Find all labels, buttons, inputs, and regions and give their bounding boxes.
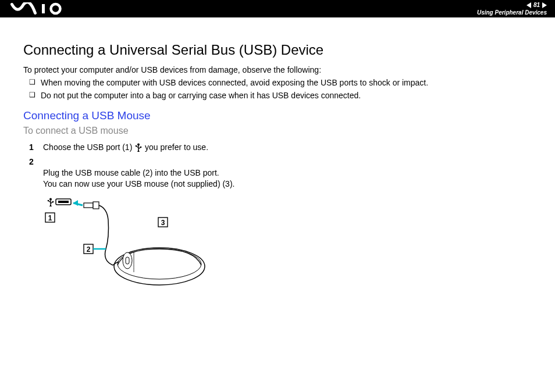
step-text-post: you prefer to use. <box>143 142 208 152</box>
header-bar: 81 Using Peripheral Devices <box>0 0 555 17</box>
usb-icon <box>134 143 143 152</box>
step-item: Choose the USB port (1) you prefer to us… <box>29 142 532 153</box>
nav-prev-icon[interactable] <box>526 2 531 8</box>
subsection-heading: Connecting a USB Mouse <box>23 109 532 122</box>
svg-rect-5 <box>140 147 141 148</box>
step-text-pre: Plug the USB mouse cable (2) into the US… <box>43 168 234 188</box>
svg-point-8 <box>48 199 49 201</box>
list-item: When moving the computer with USB device… <box>29 78 532 87</box>
warning-list: When moving the computer with USB device… <box>23 78 532 100</box>
page-nav: 81 Using Peripheral Devices <box>477 0 547 17</box>
svg-marker-15 <box>73 200 78 206</box>
mouse-diagram: 1 2 3 <box>43 197 218 292</box>
callout-1: 1 <box>48 214 52 222</box>
page-title: Connecting a Universal Serial Bus (USB) … <box>23 42 532 58</box>
svg-rect-11 <box>58 201 69 203</box>
svg-rect-12 <box>84 203 93 208</box>
nav-next-icon[interactable] <box>542 2 547 8</box>
svg-point-1 <box>51 4 61 13</box>
svg-rect-13 <box>93 202 99 209</box>
vaio-logo <box>10 2 69 15</box>
page-number: 81 <box>533 2 540 9</box>
list-item: Do not put the computer into a bag or ca… <box>29 91 532 100</box>
step-text-pre: Choose the USB port (1) <box>43 142 134 152</box>
callout-3: 3 <box>161 219 165 227</box>
task-label: To connect a USB mouse <box>23 126 532 136</box>
svg-rect-9 <box>52 201 54 202</box>
svg-rect-0 <box>42 4 45 13</box>
svg-point-4 <box>136 145 137 147</box>
intro-text: To protect your computer and/or USB devi… <box>23 65 532 74</box>
step-item: Plug the USB mouse cable (2) into the US… <box>29 156 532 190</box>
svg-rect-22 <box>126 257 129 264</box>
steps-list: Choose the USB port (1) you prefer to us… <box>23 142 532 190</box>
section-label: Using Peripheral Devices <box>477 9 547 16</box>
callout-2: 2 <box>87 245 91 254</box>
page-content: Connecting a Universal Serial Bus (USB) … <box>0 17 555 292</box>
